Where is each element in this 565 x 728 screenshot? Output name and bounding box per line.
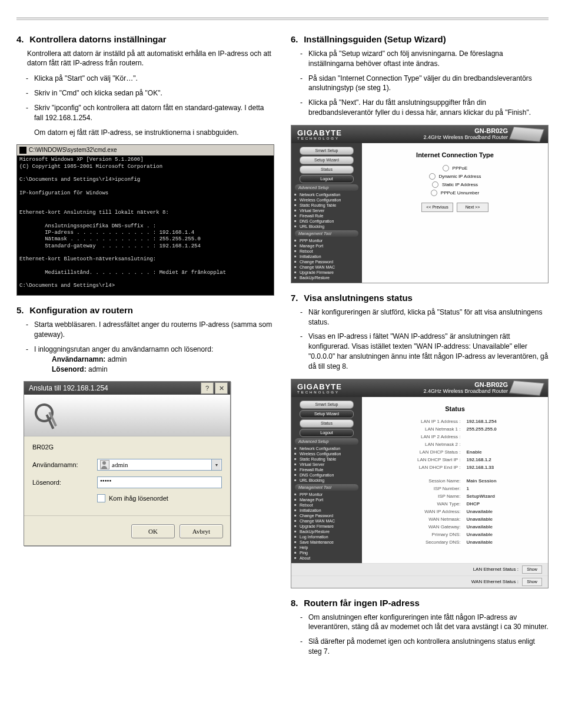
sidebar-item[interactable]: Static Routing Table	[291, 456, 362, 462]
ict-radio-option[interactable]: Static IP Address	[396, 181, 514, 188]
side2-smart-setup[interactable]: Smart Setup	[300, 401, 354, 409]
side-setup-wizard[interactable]: Setup Wizard	[300, 156, 354, 164]
username-field[interactable]: admin ▾	[97, 459, 222, 471]
lan-eth-label: LAN Ethernet Status :	[473, 567, 519, 572]
sec6-item-1: Klicka på "Setup wizard" och följ anvisn…	[291, 49, 549, 69]
status-table: LAN IP 1 Address :192.168.1.254LAN Netma…	[368, 417, 542, 547]
cmd-window: C:\WINDOWS\system32\cmd.exe Microsoft Wi…	[16, 144, 274, 296]
prev-button[interactable]: << Previous	[421, 203, 453, 212]
side-hdr-advanced: Advanced Setup	[295, 184, 358, 191]
router-model-2: GN-BR02G 2.4GHz Wireless Broadband Route…	[423, 381, 508, 395]
sidebar-item[interactable]: Reboot	[291, 249, 362, 254]
sidebar-item[interactable]: PPP Monitor	[291, 492, 362, 497]
cred-pass-val: admin	[88, 365, 108, 373]
sidebar-item[interactable]: Help	[291, 545, 362, 550]
sidebar-item[interactable]: BackUp/Restore	[291, 529, 362, 534]
status-key: LAN DHCP Start IP :	[369, 456, 463, 463]
router-sidebar-2: Smart Setup Setup Wizard Status Logout A…	[291, 397, 362, 563]
ok-button[interactable]: OK	[131, 524, 175, 538]
sidebar-item[interactable]: Upgrade Firmware	[291, 270, 362, 275]
sidebar-item[interactable]: About	[291, 555, 362, 561]
sidebar-item[interactable]: Log Information	[291, 534, 362, 540]
status-key: ISP Name:	[369, 493, 463, 499]
router-sidebar: Smart Setup Setup Wizard Status Logout A…	[291, 143, 362, 283]
status-row: Session Name:Main Session	[369, 478, 541, 484]
ict-radio-option[interactable]: PPPoE Unnumber	[396, 190, 514, 196]
side-status[interactable]: Status	[300, 166, 354, 174]
status-row: WAN IP Address:Unavailable	[369, 508, 541, 515]
checkbox-icon[interactable]	[97, 494, 105, 502]
sidebar-item[interactable]: Save Maintenance	[291, 540, 362, 545]
sidebar-item[interactable]: Change Password	[291, 513, 362, 518]
side2-status[interactable]: Status	[300, 419, 354, 428]
sec6-item-2: På sidan "Internet Connection Type" välj…	[291, 74, 549, 94]
sidebar-item[interactable]: Firewall Rule	[291, 213, 362, 219]
sidebar-item[interactable]: Initialization	[291, 254, 362, 259]
sidebar-item[interactable]: Change WAN MAC	[291, 518, 362, 524]
ict-radio-option[interactable]: Dynamic IP Address	[396, 173, 514, 180]
status-key: WAN IP Address:	[369, 508, 463, 515]
sidebar-item[interactable]: Manage Port	[291, 497, 362, 502]
cancel-button[interactable]: Avbryt	[180, 524, 223, 538]
sidebar-item[interactable]: Change Password	[291, 259, 362, 264]
status-val: Unavailable	[464, 539, 541, 545]
status-key: Primary DNS:	[369, 531, 463, 538]
section-4-heading: 4. Kontrollera datorns inställningar	[16, 34, 274, 44]
wan-show-button[interactable]: Show	[522, 578, 542, 586]
next-button[interactable]: Next >>	[457, 203, 488, 212]
close-button[interactable]: ✕	[215, 382, 228, 394]
side2-logout[interactable]: Logout	[300, 429, 354, 437]
sidebar-item[interactable]: Change WAN MAC	[291, 264, 362, 270]
top-divider	[16, 18, 549, 20]
sidebar-item[interactable]: Ping	[291, 550, 362, 555]
radio-icon	[429, 173, 436, 180]
side2-setup-wizard[interactable]: Setup Wizard	[300, 410, 354, 418]
dialog-sitename: BR02G	[32, 444, 222, 451]
right-column: 6. Inställningsguiden (Setup Wizard) Kli…	[291, 31, 549, 664]
sidebar-item[interactable]: Network Configuration	[291, 446, 362, 451]
status-val: Main Session	[464, 478, 541, 484]
sidebar-item[interactable]: Static Routing Table	[291, 203, 362, 208]
chevron-down-icon[interactable]: ▾	[211, 459, 221, 470]
user-label: Användarnamn:	[32, 461, 97, 468]
sidebar-item[interactable]: Manage Port	[291, 243, 362, 249]
sidebar-item[interactable]: Upgrade Firmware	[291, 524, 362, 529]
lan-show-button[interactable]: Show	[522, 565, 542, 574]
side-logout[interactable]: Logout	[300, 175, 354, 183]
sidebar-item[interactable]: Network Configuration	[291, 192, 362, 197]
radio-label: Dynamic IP Address	[439, 174, 481, 179]
sidebar-item[interactable]: Wireless Configuration	[291, 451, 362, 456]
sidebar-item[interactable]: Reboot	[291, 502, 362, 508]
sidebar-item[interactable]: Virtual Server	[291, 462, 362, 467]
side-smart-setup[interactable]: Smart Setup	[300, 147, 354, 155]
dialog-title: Ansluta till 192.168.1.254	[29, 384, 108, 392]
section-8-heading: 8. Routern får ingen IP-adress	[291, 598, 549, 608]
section-6-number: 6.	[291, 34, 301, 44]
status-row: Secondary DNS:Unavailable	[369, 539, 541, 545]
sidebar-item[interactable]: Wireless Configuration	[291, 197, 362, 203]
status-val: Unavailable	[464, 531, 541, 538]
radio-label: Static IP Address	[442, 182, 478, 187]
sidebar-item[interactable]: BackUp/Restore	[291, 275, 362, 280]
sidebar-item[interactable]: URL Blocking	[291, 224, 362, 229]
pass-label: Lösenord:	[32, 479, 97, 486]
radio-label: PPPoE Unnumber	[441, 190, 479, 196]
password-field[interactable]: •••••	[97, 476, 222, 488]
status-val	[464, 441, 541, 448]
sidebar-item[interactable]: Firewall Rule	[291, 467, 362, 472]
sidebar-item[interactable]: DNS Configuration	[291, 472, 362, 478]
status-key: Session Name:	[369, 478, 463, 484]
status-val	[464, 434, 541, 440]
status-val: 192.168.1.33	[464, 464, 541, 471]
help-button[interactable]: ?	[201, 382, 214, 394]
sidebar-item[interactable]: Initialization	[291, 508, 362, 513]
sidebar-item[interactable]: URL Blocking	[291, 478, 362, 483]
sidebar-item[interactable]: DNS Configuration	[291, 219, 362, 224]
sidebar-item[interactable]: PPP Monitor	[291, 238, 362, 243]
section-4-list: Klicka på "Start" och välj "Kör…". Skriv…	[16, 74, 274, 137]
sidebar-item[interactable]: Virtual Server	[291, 208, 362, 213]
status-row: LAN IP 2 Address :	[369, 434, 541, 440]
password-value: •••••	[100, 477, 111, 484]
ict-radio-option[interactable]: PPPoE	[396, 165, 514, 171]
remember-row[interactable]: Kom ihåg lösenordet	[97, 494, 222, 502]
